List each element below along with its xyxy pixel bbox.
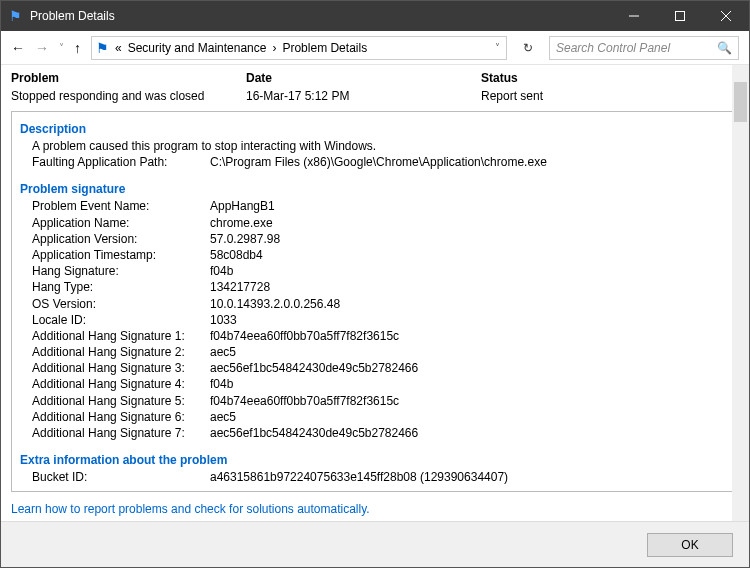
faulting-path-label: Faulting Application Path: (20, 154, 210, 170)
learn-link[interactable]: Learn how to report problems and check f… (11, 502, 739, 516)
kv-value: 58c08db4 (210, 247, 730, 263)
summary-date: 16-Mar-17 5:12 PM (246, 89, 481, 103)
recent-dropdown[interactable]: ˅ (59, 42, 64, 53)
kv-label: Additional Hang Signature 2: (20, 344, 210, 360)
summary-problem: Stopped responding and was closed (11, 89, 246, 103)
kv-label: Problem Event Name: (20, 198, 210, 214)
minimize-button[interactable] (611, 1, 657, 31)
kv-value: 134217728 (210, 279, 730, 295)
detail-box: Description A problem caused this progra… (11, 111, 739, 492)
flag-icon: ⚑ (96, 40, 109, 56)
kv-value: f04b (210, 376, 730, 392)
forward-button[interactable]: → (35, 40, 49, 56)
titlebar: ⚑ Problem Details (1, 1, 749, 31)
kv-label: Application Name: (20, 215, 210, 231)
scrollbar-thumb[interactable] (734, 82, 747, 122)
scrollbar[interactable] (732, 65, 749, 521)
kv-label: Additional Hang Signature 4: (20, 376, 210, 392)
section-description: Description (20, 122, 730, 136)
content-area: Problem Date Status Stopped responding a… (1, 65, 749, 521)
breadcrumb-prefix: « (115, 41, 122, 55)
back-button[interactable]: ← (11, 40, 25, 56)
header-problem: Problem (11, 71, 246, 85)
kv-value: chrome.exe (210, 215, 730, 231)
breadcrumb-item[interactable]: Security and Maintenance (128, 41, 267, 55)
button-row: OK (1, 521, 749, 567)
svg-rect-1 (676, 12, 685, 21)
kv-value: aec56ef1bc54842430de49c5b2782466 (210, 425, 730, 441)
kv-label: Additional Hang Signature 6: (20, 409, 210, 425)
kv-value: aec5 (210, 344, 730, 360)
window-title: Problem Details (30, 9, 611, 23)
refresh-button[interactable]: ↻ (517, 41, 539, 55)
flag-icon: ⚑ (9, 8, 22, 24)
search-icon: 🔍 (717, 41, 732, 55)
kv-value: aec56ef1bc54842430de49c5b2782466 (210, 360, 730, 376)
search-input[interactable]: Search Control Panel 🔍 (549, 36, 739, 60)
description-text: A problem caused this program to stop in… (20, 138, 730, 154)
kv-value: f04b74eea60ff0bb70a5ff7f82f3615c (210, 393, 730, 409)
kv-value: a46315861b97224075633e145ff28b08 (129390… (210, 469, 730, 485)
privacy-link[interactable]: Read our privacy statement online (11, 520, 739, 521)
close-icon (721, 11, 731, 21)
chevron-down-icon[interactable]: ˅ (495, 42, 500, 53)
kv-label: OS Version: (20, 296, 210, 312)
address-bar[interactable]: ⚑ « Security and Maintenance › Problem D… (91, 36, 507, 60)
faulting-path-value: C:\Program Files (x86)\Google\Chrome\App… (210, 154, 730, 170)
kv-value: AppHangB1 (210, 198, 730, 214)
kv-label: Additional Hang Signature 1: (20, 328, 210, 344)
up-button[interactable]: ↑ (74, 40, 81, 56)
kv-value: 1033 (210, 312, 730, 328)
kv-value: aec5 (210, 409, 730, 425)
ok-button[interactable]: OK (647, 533, 733, 557)
kv-label: Additional Hang Signature 3: (20, 360, 210, 376)
kv-label: Additional Hang Signature 5: (20, 393, 210, 409)
kv-label: Application Timestamp: (20, 247, 210, 263)
kv-label: Hang Type: (20, 279, 210, 295)
breadcrumb-item[interactable]: Problem Details (282, 41, 367, 55)
kv-label: Locale ID: (20, 312, 210, 328)
kv-value: f04b (210, 263, 730, 279)
minimize-icon (629, 11, 639, 21)
breadcrumb-sep: › (272, 41, 276, 55)
column-headers: Problem Date Status (11, 71, 739, 85)
close-button[interactable] (703, 1, 749, 31)
header-status: Status (481, 71, 739, 85)
links-area: Learn how to report problems and check f… (11, 502, 739, 521)
kv-label: Application Version: (20, 231, 210, 247)
kv-label: Additional Hang Signature 7: (20, 425, 210, 441)
header-date: Date (246, 71, 481, 85)
maximize-icon (675, 11, 685, 21)
section-extra: Extra information about the problem (20, 453, 730, 467)
toolbar: ← → ˅ ↑ ⚑ « Security and Maintenance › P… (1, 31, 749, 65)
kv-value: 10.0.14393.2.0.0.256.48 (210, 296, 730, 312)
kv-label: Hang Signature: (20, 263, 210, 279)
search-placeholder: Search Control Panel (556, 41, 717, 55)
summary-row: Stopped responding and was closed 16-Mar… (11, 89, 739, 103)
kv-value: f04b74eea60ff0bb70a5ff7f82f3615c (210, 328, 730, 344)
kv-value: 57.0.2987.98 (210, 231, 730, 247)
maximize-button[interactable] (657, 1, 703, 31)
section-signature: Problem signature (20, 182, 730, 196)
kv-label: Bucket ID: (20, 469, 210, 485)
summary-status: Report sent (481, 89, 739, 103)
